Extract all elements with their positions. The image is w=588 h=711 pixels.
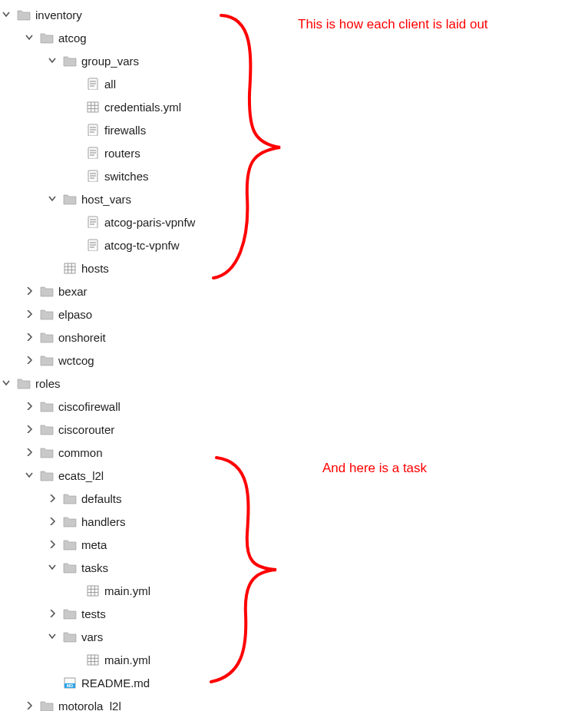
tree-item-ciscofirewall[interactable]: ciscofirewall [0, 395, 588, 418]
chevron-down-icon[interactable] [46, 630, 58, 643]
chevron-right-icon[interactable] [23, 699, 35, 711]
tree-item-host-vars[interactable]: host_vars [0, 187, 588, 210]
tree-item-handlers[interactable]: handlers [0, 510, 588, 533]
tree-label: switches [104, 170, 149, 183]
tree-label: main.yml [104, 584, 150, 597]
tree-label: defaults [81, 492, 122, 505]
chevron-right-icon[interactable] [23, 446, 35, 458]
tree-label: handlers [81, 515, 126, 528]
tree-item-file[interactable]: all [0, 72, 588, 95]
folder-icon [17, 376, 31, 390]
tree-label: ecats_l2l [58, 469, 104, 482]
chevron-right-icon[interactable] [23, 400, 35, 412]
chevron-right-icon[interactable] [23, 285, 35, 297]
folder-icon [40, 31, 54, 45]
folder-icon [63, 561, 77, 574]
chevron-down-icon[interactable] [46, 193, 58, 205]
tree-label: atcog-tc-vpnfw [104, 239, 180, 252]
tree-item-tasks[interactable]: tasks [0, 556, 588, 579]
tree-label: bexar [58, 285, 88, 298]
tree-item-roles[interactable]: roles [0, 372, 588, 395]
chevron-right-icon[interactable] [23, 308, 35, 320]
tree-item-wctcog[interactable]: wctcog [0, 349, 588, 372]
tree-item-defaults[interactable]: defaults [0, 487, 588, 510]
markdown-file-icon [63, 676, 77, 690]
chevron-right-icon[interactable] [46, 515, 58, 527]
tree-item-file[interactable]: atcog-tc-vpnfw [0, 233, 588, 256]
tree-label: meta [81, 538, 107, 551]
tree-item-motorola-l2l[interactable]: motorola_l2l [0, 694, 588, 711]
tree-label: elpaso [58, 308, 92, 321]
folder-icon [63, 630, 77, 643]
tree-label: onshoreit [58, 331, 106, 344]
folder-icon [40, 330, 54, 344]
chevron-right-icon[interactable] [46, 492, 58, 504]
tree-item-atcog[interactable]: atcog [0, 26, 588, 49]
chevron-right-icon[interactable] [23, 423, 35, 435]
tree-label: roles [35, 377, 61, 390]
tree-item-bexar[interactable]: bexar [0, 279, 588, 303]
grid-file-icon [86, 653, 100, 666]
folder-icon [40, 353, 54, 367]
chevron-down-icon[interactable] [23, 469, 35, 481]
tree-label: ciscofirewall [58, 400, 121, 413]
tree-item-file[interactable]: firewalls [0, 118, 588, 141]
tree-item-group-vars[interactable]: group_vars [0, 49, 588, 72]
tree-label: hosts [81, 262, 109, 275]
tree-item-ciscorouter[interactable]: ciscorouter [0, 418, 588, 441]
text-file-icon [86, 146, 100, 160]
chevron-down-icon[interactable] [23, 31, 35, 44]
chevron-down-icon[interactable] [46, 55, 58, 67]
chevron-down-icon[interactable] [46, 561, 58, 574]
tree-item-file[interactable]: main.yml [0, 579, 588, 602]
folder-icon [63, 54, 77, 68]
tree-label: tasks [81, 561, 108, 574]
folder-icon [17, 8, 31, 21]
file-tree: inventory atcog group_vars all [0, 0, 588, 711]
tree-item-onshoreit[interactable]: onshoreit [0, 326, 588, 349]
tree-item-common[interactable]: common [0, 441, 588, 464]
tree-label: routers [104, 147, 140, 160]
tree-item-meta[interactable]: meta [0, 533, 588, 556]
folder-icon [40, 399, 54, 413]
tree-label: firewalls [104, 124, 146, 137]
tree-label: host_vars [81, 193, 131, 206]
tree-item-ecats-l2l[interactable]: ecats_l2l [0, 464, 588, 487]
tree-label: common [58, 446, 103, 459]
folder-icon [63, 607, 77, 620]
folder-icon [40, 284, 54, 298]
tree-label: main.yml [104, 653, 150, 666]
chevron-right-icon[interactable] [46, 607, 58, 620]
tree-item-file[interactable]: main.yml [0, 648, 588, 671]
folder-icon [40, 699, 54, 711]
tree-item-inventory[interactable]: inventory [0, 3, 588, 26]
folder-icon [40, 307, 54, 321]
tree-label: inventory [35, 8, 82, 21]
chevron-down-icon[interactable] [0, 8, 12, 21]
chevron-down-icon[interactable] [0, 377, 12, 389]
folder-icon [63, 491, 77, 505]
tree-label: group_vars [81, 55, 139, 68]
tree-item-file[interactable]: atcog-paris-vpnfw [0, 210, 588, 233]
tree-item-file[interactable]: routers [0, 141, 588, 164]
tree-item-tests[interactable]: tests [0, 602, 588, 625]
folder-icon [40, 445, 54, 459]
grid-file-icon [86, 584, 100, 597]
tree-label: ciscorouter [58, 423, 114, 436]
tree-label: wctcog [58, 354, 94, 367]
tree-label: atcog [58, 31, 87, 45]
tree-item-file[interactable]: credentials.yml [0, 95, 588, 118]
tree-item-elpaso[interactable]: elpaso [0, 303, 588, 326]
text-file-icon [86, 238, 100, 252]
folder-icon [63, 537, 77, 551]
tree-item-file[interactable]: switches [0, 164, 588, 187]
chevron-right-icon[interactable] [46, 538, 58, 551]
chevron-right-icon[interactable] [23, 354, 35, 366]
tree-item-vars[interactable]: vars [0, 625, 588, 648]
tree-label: credentials.yml [104, 101, 181, 114]
chevron-right-icon[interactable] [23, 331, 35, 343]
tree-item-file[interactable]: hosts [0, 256, 588, 279]
grid-file-icon [86, 100, 100, 114]
tree-item-readme[interactable]: README.md [0, 671, 588, 694]
folder-icon [40, 422, 54, 436]
